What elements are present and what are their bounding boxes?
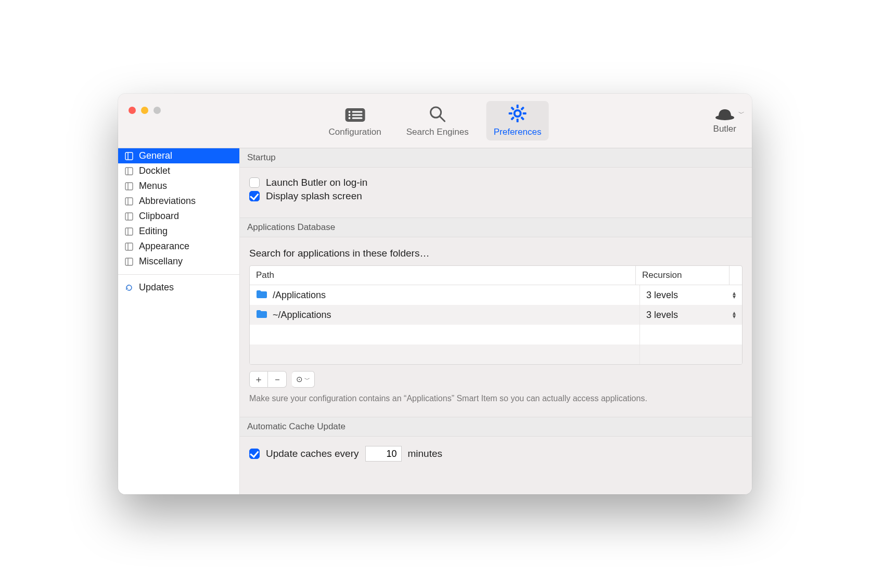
app-menu-label: Butler (713, 124, 736, 134)
stepper-icon[interactable]: ▴▾ (733, 311, 736, 318)
tab-preferences[interactable]: Preferences (487, 101, 549, 140)
column-spacer (730, 266, 742, 285)
svg-point-3 (348, 114, 350, 116)
table-row[interactable]: /Applications 3 levels ▴▾ (250, 285, 742, 305)
sidebar-item-general[interactable]: General (118, 148, 239, 163)
body: General Docklet Menus Abbreviations Clip… (118, 148, 752, 494)
svg-rect-33 (125, 258, 133, 265)
svg-rect-6 (352, 118, 362, 119)
svg-rect-14 (520, 107, 524, 111)
sidebar-item-miscellany[interactable]: Miscellany (118, 254, 239, 269)
table-controls: ＋ － ⊙ ﹀ (249, 371, 743, 388)
svg-rect-2 (352, 111, 362, 113)
splash-screen-label: Display splash screen (266, 190, 362, 202)
pane-icon (124, 197, 134, 206)
recursion-value: 3 levels (646, 290, 678, 301)
sidebar-item-appearance[interactable]: Appearance (118, 239, 239, 254)
pane-icon (124, 182, 134, 191)
tab-label: Preferences (494, 127, 542, 137)
appdb-subhead: Search for applications in these folders… (249, 248, 743, 259)
column-recursion[interactable]: Recursion (636, 266, 730, 285)
sidebar-item-editing[interactable]: Editing (118, 224, 239, 239)
sidebar-item-clipboard[interactable]: Clipboard (118, 209, 239, 224)
chevron-down-icon: ﹀ (738, 109, 745, 118)
path-text: ~/Applications (273, 310, 331, 321)
sidebar: General Docklet Menus Abbreviations Clip… (118, 148, 240, 494)
path-text: /Applications (273, 290, 326, 301)
launch-on-login-label: Launch Butler on log-in (266, 177, 367, 188)
pane-icon (124, 151, 134, 161)
svg-point-5 (348, 117, 350, 119)
table-empty-row (250, 325, 742, 344)
pane-icon (124, 257, 134, 266)
svg-line-8 (440, 117, 445, 121)
table-row[interactable]: ~/Applications 3 levels ▴▾ (250, 305, 742, 325)
minimize-window-button[interactable] (141, 107, 148, 114)
launch-on-login-checkbox[interactable] (249, 177, 260, 188)
sidebar-divider (118, 274, 239, 275)
svg-rect-21 (125, 168, 133, 175)
pane-icon (124, 242, 134, 251)
svg-rect-29 (125, 228, 133, 235)
sidebar-item-label: Abbreviations (139, 196, 196, 207)
splash-screen-checkbox[interactable] (249, 191, 260, 201)
content: Startup Launch Butler on log-in Display … (240, 148, 752, 494)
hat-icon: ﹀ (714, 107, 735, 123)
window-controls (129, 107, 161, 114)
sidebar-item-label: Appearance (139, 241, 189, 252)
section-appdb: Search for applications in these folders… (240, 237, 752, 417)
svg-rect-19 (125, 152, 133, 160)
sidebar-item-docklet[interactable]: Docklet (118, 163, 239, 178)
table-header: Path Recursion (250, 266, 742, 285)
svg-rect-10 (517, 105, 519, 108)
section-cache: Update caches every minutes (240, 437, 752, 477)
folders-table: Path Recursion /Applications 3 levels ▴▾ (249, 265, 743, 365)
folder-icon (256, 289, 267, 301)
sidebar-item-label: Editing (139, 226, 168, 237)
appdb-help-text: Make sure your configuration contains an… (249, 394, 743, 403)
tab-search-engines[interactable]: Search Engines (399, 102, 476, 140)
cell-recursion[interactable]: 3 levels ▴▾ (640, 285, 742, 305)
svg-point-1 (348, 111, 350, 113)
section-header-appdb: Applications Database (240, 218, 752, 237)
sidebar-item-updates[interactable]: Updates (118, 280, 239, 295)
sidebar-item-label: Updates (139, 282, 174, 293)
sidebar-item-label: Docklet (139, 165, 170, 176)
refresh-icon (124, 283, 134, 292)
update-caches-checkbox[interactable] (249, 449, 260, 459)
svg-point-9 (515, 110, 521, 117)
svg-rect-23 (125, 183, 133, 190)
svg-rect-17 (520, 117, 524, 121)
zoom-window-button[interactable] (153, 107, 161, 114)
stepper-icon[interactable]: ▴▾ (733, 291, 736, 299)
close-window-button[interactable] (129, 107, 136, 114)
svg-rect-11 (517, 119, 519, 122)
cell-recursion[interactable]: 3 levels ▴▾ (640, 305, 742, 325)
section-header-cache: Automatic Cache Update (240, 417, 752, 437)
remove-folder-button[interactable]: － (268, 371, 287, 388)
recursion-value: 3 levels (646, 310, 678, 321)
sidebar-item-label: Miscellany (139, 256, 183, 267)
svg-rect-15 (510, 117, 515, 121)
app-menu[interactable]: ﹀ Butler (713, 107, 736, 134)
tab-label: Search Engines (406, 127, 469, 137)
toolbar-tabs: Configuration Search Engines Preferences (322, 101, 549, 140)
svg-rect-16 (510, 107, 515, 111)
sidebar-item-menus[interactable]: Menus (118, 178, 239, 194)
svg-rect-31 (125, 243, 133, 250)
add-folder-button[interactable]: ＋ (249, 371, 268, 388)
gear-icon (508, 104, 527, 125)
actions-menu-button[interactable]: ⊙ ﹀ (292, 371, 315, 388)
cell-path: /Applications (250, 285, 640, 305)
svg-rect-12 (509, 112, 513, 114)
tab-label: Configuration (329, 127, 381, 137)
column-path[interactable]: Path (250, 266, 636, 285)
section-startup: Launch Butler on log-in Display splash s… (240, 168, 752, 218)
cache-interval-input[interactable] (365, 446, 402, 462)
cell-path: ~/Applications (250, 305, 640, 325)
svg-rect-13 (523, 112, 527, 114)
cache-interval-unit: minutes (408, 448, 443, 459)
sidebar-item-abbreviations[interactable]: Abbreviations (118, 194, 239, 209)
update-caches-label: Update caches every (266, 448, 359, 459)
tab-configuration[interactable]: Configuration (322, 104, 389, 140)
